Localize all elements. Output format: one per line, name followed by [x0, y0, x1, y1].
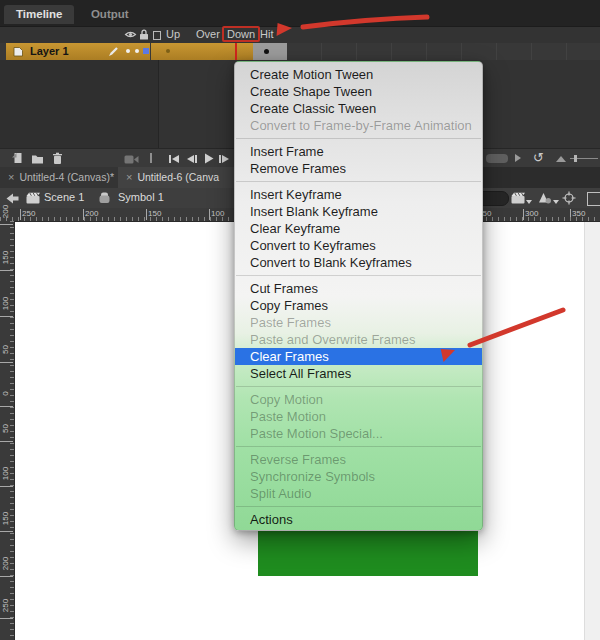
- doc-tab-label: Untitled-4 (Canvas)*: [19, 171, 114, 183]
- menu-item-reverse-frames: Reverse Frames: [235, 451, 482, 468]
- keyframe-dot: [166, 49, 170, 53]
- menu-item-create-motion-tween[interactable]: Create Motion Tween: [235, 66, 482, 83]
- tab-output[interactable]: Output: [79, 5, 141, 24]
- v-ruler-label: 200: [1, 197, 10, 227]
- timeline-header-row: Up Over Down Hit: [0, 27, 600, 43]
- camera-icon[interactable]: [124, 155, 139, 164]
- menu-item-insert-keyframe[interactable]: Insert Keyframe: [235, 186, 482, 203]
- frame-label-down[interactable]: Down: [222, 26, 260, 42]
- panel-options-icon[interactable]: [556, 156, 566, 162]
- scene-breadcrumb[interactable]: Scene 1: [44, 191, 84, 203]
- menu-item-remove-frames[interactable]: Remove Frames: [235, 160, 482, 177]
- hit-frame-cell[interactable]: [253, 43, 287, 60]
- eye-icon[interactable]: [124, 30, 137, 39]
- menu-item-insert-blank-keyframe[interactable]: Insert Blank Keyframe: [235, 203, 482, 220]
- lock-icon[interactable]: [139, 29, 149, 40]
- symbol-breadcrumb[interactable]: Symbol 1: [118, 191, 164, 203]
- menu-item-select-all-frames[interactable]: Select All Frames: [235, 365, 482, 382]
- chevron-down-icon[interactable]: [553, 200, 559, 204]
- v-ruler-label: 150: [1, 243, 10, 273]
- close-icon[interactable]: ×: [8, 171, 14, 183]
- outline-box-icon[interactable]: [153, 31, 161, 40]
- layers-panel-empty: [0, 60, 159, 148]
- menu-separator: [236, 386, 481, 387]
- layer-name-label[interactable]: Layer 1: [30, 45, 69, 57]
- tab-timeline[interactable]: Timeline: [4, 5, 74, 24]
- menu-separator: [236, 446, 481, 447]
- menu-separator: [236, 506, 481, 507]
- new-layer-icon[interactable]: [11, 152, 24, 164]
- menu-separator: [236, 181, 481, 182]
- menu-item-paste-motion: Paste Motion: [235, 408, 482, 425]
- clapperboard-icon: [26, 192, 40, 204]
- step-back-icon[interactable]: [185, 154, 198, 164]
- divider-icon: [150, 153, 152, 163]
- edit-scene-icon[interactable]: [511, 192, 525, 204]
- menu-item-cut-frames[interactable]: Cut Frames: [235, 280, 482, 297]
- menu-item-copy-motion: Copy Motion: [235, 391, 482, 408]
- v-ruler-label: 0: [1, 379, 10, 409]
- layer-row[interactable]: Layer 1: [0, 43, 600, 60]
- keyframe-dot-hit: [264, 49, 269, 54]
- v-ruler-label: 200: [1, 549, 10, 579]
- close-icon[interactable]: ×: [126, 171, 132, 183]
- menu-item-paste-and-overwrite-frames: Paste and Overwrite Frames: [235, 331, 482, 348]
- menu-item-paste-motion-special: Paste Motion Special...: [235, 425, 482, 442]
- menu-item-convert-to-keyframes[interactable]: Convert to Keyframes: [235, 237, 482, 254]
- h-ruler-label: 200: [83, 209, 98, 220]
- v-ruler-label: 150: [1, 504, 10, 534]
- menu-separator: [236, 138, 481, 139]
- play-icon[interactable]: [202, 153, 215, 164]
- frame-grid: [287, 43, 600, 60]
- frame-label-over[interactable]: Over: [196, 28, 220, 40]
- playhead[interactable]: [235, 43, 237, 60]
- menu-separator: [236, 275, 481, 276]
- flash-timeline-window: Timeline Output Up Over Down Hit Layer 1: [0, 0, 600, 640]
- menu-item-synchronize-symbols: Synchronize Symbols: [235, 468, 482, 485]
- symbol-icon: [98, 192, 111, 204]
- menu-item-convert-to-frame-by-frame-animation: Convert to Frame-by-Frame Animation: [235, 117, 482, 134]
- menu-item-actions[interactable]: Actions: [235, 511, 482, 528]
- green-rectangle-shape[interactable]: [258, 531, 478, 576]
- doc-tab-untitled-4[interactable]: ×Untitled-4 (Canvas)*: [0, 167, 126, 188]
- menu-item-clear-frames[interactable]: Clear Frames: [235, 348, 482, 365]
- h-ruler-label: 100: [209, 209, 224, 220]
- h-ruler-label: 150: [146, 209, 161, 220]
- menu-item-convert-to-blank-keyframes[interactable]: Convert to Blank Keyframes: [235, 254, 482, 271]
- panel-tab-strip: Timeline Output: [0, 0, 600, 27]
- scroll-right-icon[interactable]: [515, 154, 521, 162]
- timeline-zoom-handle[interactable]: [574, 155, 577, 162]
- v-ruler-label: 100: [1, 459, 10, 489]
- v-ruler-label: 100: [1, 289, 10, 319]
- loop-playback-icon[interactable]: ↺: [533, 150, 544, 165]
- menu-item-clear-keyframe[interactable]: Clear Keyframe: [235, 220, 482, 237]
- timeline-scrollbar-thumb[interactable]: [486, 154, 508, 163]
- v-ruler-label: 50: [1, 335, 10, 365]
- trash-icon[interactable]: [52, 152, 63, 165]
- chevron-down-icon[interactable]: [526, 200, 532, 204]
- h-ruler-label: 350: [570, 209, 585, 220]
- layer-outline-color-swatch[interactable]: [143, 48, 149, 54]
- clip-box-icon[interactable]: [587, 192, 600, 206]
- menu-item-insert-frame[interactable]: Insert Frame: [235, 143, 482, 160]
- folder-icon[interactable]: [31, 154, 44, 164]
- edit-symbols-icon[interactable]: [538, 192, 552, 204]
- menu-item-copy-frames[interactable]: Copy Frames: [235, 297, 482, 314]
- layer-visible-dot[interactable]: [126, 49, 130, 53]
- frame-label-hit[interactable]: Hit: [260, 28, 273, 40]
- step-forward-icon[interactable]: [218, 154, 231, 164]
- menu-item-create-shape-tween[interactable]: Create Shape Tween: [235, 83, 482, 100]
- menu-item-create-classic-tween[interactable]: Create Classic Tween: [235, 100, 482, 117]
- menu-item-split-audio: Split Audio: [235, 485, 482, 502]
- v-ruler-label: 50: [1, 414, 10, 444]
- go-first-icon[interactable]: [168, 154, 181, 164]
- v-ruler-label: 250: [1, 591, 10, 621]
- menu-item-paste-frames: Paste Frames: [235, 314, 482, 331]
- pencil-icon: [108, 46, 119, 57]
- h-ruler-label: 300: [523, 209, 538, 220]
- frame-label-up[interactable]: Up: [166, 28, 180, 40]
- vertical-ruler: 20015010050050100150200250: [0, 221, 15, 640]
- pasteboard: [584, 222, 600, 640]
- layer-lock-dot[interactable]: [135, 49, 139, 53]
- center-frame-icon[interactable]: [562, 191, 576, 205]
